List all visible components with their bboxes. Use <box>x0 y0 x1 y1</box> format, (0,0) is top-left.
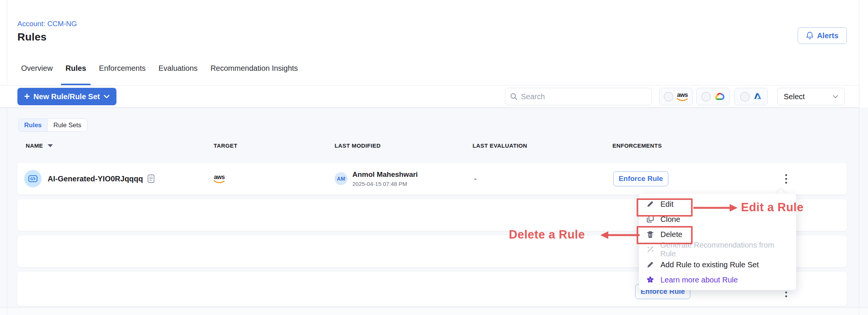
rule-name-cell: AI-Generated-YIO0RJqqqq <box>48 163 155 195</box>
select-dropdown[interactable]: Select <box>777 88 845 105</box>
chevron-down-icon <box>104 95 110 98</box>
right-edge-divider <box>859 0 859 315</box>
rule-avatar <box>24 170 42 187</box>
gcp-radio[interactable] <box>701 92 711 101</box>
ai-code-icon <box>28 174 38 183</box>
kebab-menu-icon[interactable] <box>781 171 791 186</box>
content-bottom-strip <box>0 307 868 315</box>
column-header-last-evaluation: LAST EVALUATION <box>473 142 527 149</box>
last-evaluation-cell: - <box>474 163 477 195</box>
table-row[interactable]: AI-Generated-YIO0RJqqqq aws AM Anmol Mah… <box>17 163 847 195</box>
alerts-button-label: Alerts <box>817 31 839 40</box>
menu-item-learn-more[interactable]: Learn more about Rule <box>639 272 796 287</box>
tab-overview[interactable]: Overview <box>21 51 53 85</box>
sort-desc-icon <box>48 144 53 147</box>
sparkle-wand-icon <box>646 246 655 253</box>
new-rule-button[interactable]: + New Rule/Rule Set <box>17 88 116 105</box>
annotation-box-delete <box>637 226 693 244</box>
column-header-name[interactable]: NAME <box>26 142 53 149</box>
column-header-last-modified: LAST MODIFIED <box>335 142 381 149</box>
left-edge-divider <box>7 0 7 315</box>
bell-icon <box>806 31 814 40</box>
user-avatar: AM <box>335 172 347 185</box>
aws-radio[interactable] <box>664 92 673 101</box>
new-rule-button-label: New Rule/Rule Set <box>34 92 100 101</box>
view-toggle-rules[interactable]: Rules <box>19 119 48 131</box>
aida-flower-icon <box>646 276 655 284</box>
annotation-label-edit: Edit a Rule <box>741 201 804 214</box>
annotation-arrow-edit <box>693 203 738 213</box>
last-modified-cell: AM Anmol Maheshwari 2025-04-15 07:48 PM <box>335 163 418 195</box>
column-header-target: TARGET <box>214 142 237 149</box>
menu-item-add-to-rule-set[interactable]: Add Rule to existing Rule Set <box>639 257 796 272</box>
tab-evaluations[interactable]: Evaluations <box>158 51 197 85</box>
provider-filter-azure[interactable] <box>735 88 768 105</box>
view-toggle-rule-sets[interactable]: Rule Sets <box>48 119 87 131</box>
copy-icon[interactable] <box>147 174 155 183</box>
page-title: Rules <box>17 31 46 43</box>
gcp-logo <box>714 92 725 101</box>
annotation-label-delete: Delete a Rule <box>509 228 585 242</box>
search-icon <box>510 93 518 100</box>
azure-logo <box>753 92 762 101</box>
chevron-down-icon <box>833 95 838 98</box>
alerts-button[interactable]: Alerts <box>798 27 847 44</box>
modified-timestamp: 2025-04-15 07:48 PM <box>352 181 418 187</box>
view-toggle: Rules Rule Sets <box>18 119 87 132</box>
tab-recommendation-insights[interactable]: Recommendation Insights <box>211 51 298 85</box>
aws-logo: aws <box>214 174 225 184</box>
column-header-enforcements: ENFORCEMENTS <box>612 142 662 149</box>
toolbar: + New Rule/Rule Set aws <box>0 86 859 108</box>
search-box <box>505 88 652 105</box>
modified-by-name: Anmol Maheshwari <box>352 170 418 179</box>
ccm-rules-page: Account: CCM-NG Rules Alerts Overview Ru… <box>0 0 868 315</box>
annotation-arrow-delete <box>600 230 640 240</box>
pencil-icon <box>646 261 655 268</box>
tab-enforcements[interactable]: Enforcements <box>99 51 146 85</box>
enforce-rule-button[interactable]: Enforce Rule <box>613 171 668 186</box>
tab-bar: Overview Rules Enforcements Evaluations … <box>0 51 859 86</box>
rule-name[interactable]: AI-Generated-YIO0RJqqqq <box>48 175 143 183</box>
azure-radio[interactable] <box>740 92 750 101</box>
select-dropdown-value: Select <box>784 92 805 101</box>
tab-rules[interactable]: Rules <box>65 51 86 85</box>
clone-icon <box>646 215 655 223</box>
breadcrumb-account-link[interactable]: Account: CCM-NG <box>17 20 77 28</box>
annotation-box-edit <box>637 198 693 217</box>
menu-item-generate-recommendations: Generate Recommendations from Rule <box>639 242 796 257</box>
plus-icon: + <box>24 92 30 101</box>
rule-target-cell: aws <box>214 163 225 195</box>
provider-filter-aws[interactable]: aws <box>659 88 693 105</box>
aws-logo: aws <box>677 92 688 101</box>
provider-filter-gcp[interactable] <box>696 88 730 105</box>
search-input[interactable] <box>521 92 647 101</box>
